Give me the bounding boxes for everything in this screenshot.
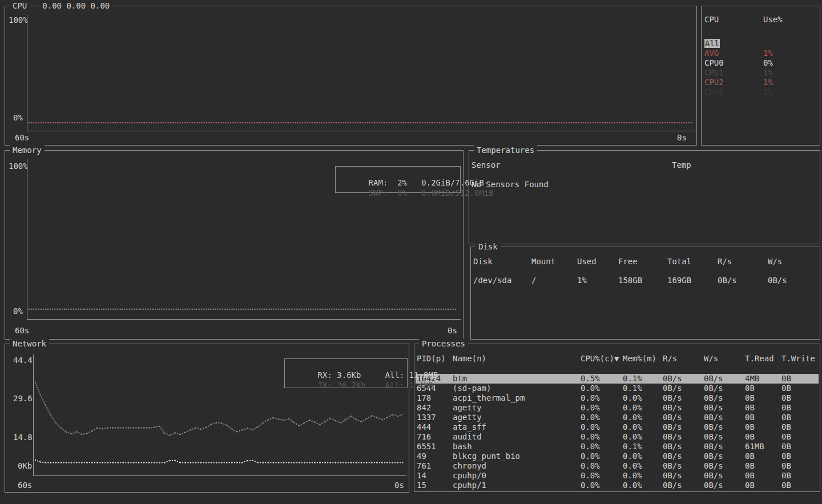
network-panel[interactable]: Network 44.4 29.6 14.8 0Kb RX: 3.6Kb All… [5, 344, 409, 493]
process-cell: 15 [417, 481, 426, 490]
cpu-legend-row-cpu3[interactable]: CPU31% [702, 87, 820, 97]
process-cell: 0B [781, 384, 791, 393]
disk-row-/dev/sda[interactable]: /dev/sda/1%158GB169GB0B/s0B/s [472, 276, 819, 285]
cpu-legend-label: CPU0 [704, 58, 724, 67]
process-cell: agetty [453, 413, 482, 422]
cpu-ytick-100: 100% [9, 15, 28, 25]
process-cell: 0B/s [663, 413, 682, 422]
process-cell: 842 [417, 403, 431, 412]
memory-legend-ram-row: RAM: 2% 0.2GiB/7.6GiB [340, 169, 460, 179]
process-cell: chronyd [453, 461, 486, 470]
spacer [361, 370, 385, 380]
process-cell: 761 [417, 461, 431, 470]
process-cell: 0.0% [581, 413, 600, 422]
process-row-chronyd[interactable]: 761chronyd0.0%0.0%0B/s0B/s0B0B [416, 461, 819, 471]
process-row-blkcg_punt_bio[interactable]: 49blkcg_punt_bio0.0%0.0%0B/s0B/s0B0B [416, 451, 819, 461]
process-cell: 0B/s [704, 384, 723, 393]
cpu-ytick-0: 0% [13, 113, 23, 122]
spacer [366, 381, 385, 390]
process-cell: cpuhp/1 [453, 481, 486, 490]
cpu-xtick-60s: 60s [15, 133, 29, 142]
process-cell: acpi_thermal_pm [453, 393, 525, 402]
process-row-bash[interactable]: 6551bash0.0%0.1%0B/s0B/s61MB0B [416, 442, 819, 451]
process-cell: 0B/s [663, 471, 682, 480]
process-cell: 0B/s [663, 481, 682, 490]
temps-col-temp: Temp [672, 160, 691, 170]
tx-all-label: All: [385, 381, 405, 390]
process-cell: 0B/s [704, 403, 723, 412]
processes-col-4[interactable]: R/s [663, 354, 677, 363]
cpu-legend-row-cpu0[interactable]: CPU00% [702, 58, 820, 68]
process-cell: 0B/s [663, 403, 682, 412]
cpu-legend-row-all[interactable]: All [702, 39, 820, 49]
memory-ytick-100: 100% [9, 162, 28, 171]
process-cell: 0.0% [623, 471, 642, 480]
process-row-cpuhp/1[interactable]: 15cpuhp/10.0%0.0%0B/s0B/s0B0B [416, 481, 819, 490]
process-row-btm[interactable]: 10424btm0.5%0.1%0B/s0B/s4MB0B [416, 374, 819, 384]
processes-col-7[interactable]: T.Write [781, 354, 815, 363]
tx-all-value: 1.4MB [409, 381, 433, 390]
process-cell: 0B [781, 422, 791, 432]
processes-col-5[interactable]: W/s [704, 354, 718, 363]
rx-value: 3.6Kb [337, 370, 361, 380]
process-cell: 0.0% [581, 393, 600, 402]
process-cell: 0B/s [704, 374, 723, 383]
cpu-legend-panel[interactable]: CPU Use% AllAVG1%CPU00%CPU11%CPU21%CPU31… [701, 6, 820, 146]
cpu-load-average: 0.00 0.00 0.00 [42, 1, 110, 10]
spacer [404, 370, 409, 380]
process-cell: 0B [745, 461, 755, 470]
swap-detail: 0.0MiB/512.0MiB [421, 188, 493, 197]
process-cell: 4MB [745, 374, 759, 383]
process-cell: 0.0% [581, 384, 600, 393]
processes-col-0[interactable]: PID(p) [417, 354, 446, 363]
cpu-legend-label: CPU2 [704, 78, 724, 87]
cpu-panel-title: CPU 0.00 0.00 0.00 [10, 1, 112, 11]
process-cell: 0B [781, 393, 791, 402]
process-cell: 0B [745, 432, 755, 441]
temperatures-panel[interactable]: Temperatures Sensor Temp No Sensors Foun… [469, 150, 820, 244]
processes-col-6[interactable]: T.Read [745, 354, 774, 363]
process-row-acpi_thermal_pm[interactable]: 178acpi_thermal_pm0.0%0.0%0B/s0B/s0B0B [416, 393, 819, 403]
process-cell: 0B [781, 451, 791, 461]
cpu-legend-row-cpu2[interactable]: CPU21% [702, 78, 820, 87]
spacer [407, 188, 421, 197]
process-cell: 14 [417, 471, 426, 480]
cpu-legend-value: 0% [763, 58, 773, 67]
processes-col-3[interactable]: Mem%(m) [623, 354, 656, 363]
disk-cell: 0B/s [718, 276, 737, 285]
disk-col-5: R/s [718, 257, 732, 266]
rx-label: RX: [318, 370, 332, 380]
disk-cell: 158GB [618, 276, 642, 285]
cpu-chart-panel[interactable]: CPU 0.00 0.00 0.00 100% 0% 60s 0s [5, 6, 697, 146]
disk-panel-title: Disk [476, 241, 501, 252]
processes-col-1[interactable]: Name(n) [453, 354, 486, 363]
cpu-legend-value: 1% [763, 49, 773, 58]
cpu-xtick-0s: 0s [677, 133, 687, 142]
cpu-legend-row-cpu1[interactable]: CPU11% [702, 68, 820, 78]
process-row-(sd-pam)[interactable]: 6544(sd-pam)0.0%0.1%0B/s0B/s0B0B [416, 384, 819, 393]
process-row-agetty[interactable]: 842agetty0.0%0.0%0B/s0B/s0B0B [416, 403, 819, 413]
memory-panel[interactable]: Memory 100% 0% RAM: 2% 0.2GiB/7.6GiB SWP… [5, 150, 464, 340]
process-cell: 0.0% [581, 461, 600, 470]
process-cell: 0.0% [581, 403, 600, 412]
temperatures-panel-title: Temperatures [474, 145, 537, 155]
disk-panel[interactable]: Disk DiskMountUsedFreeTotalR/sW/s /dev/s… [470, 247, 820, 340]
process-row-auditd[interactable]: 716auditd0.0%0.0%0B/s0B/s0B0B [416, 432, 819, 442]
processes-panel[interactable]: Processes PID(p)Name(n)CPU%(c)▼Mem%(m)R/… [414, 344, 820, 492]
processes-col-2[interactable]: CPU%(c)▼ [581, 354, 619, 363]
process-row-agetty[interactable]: 1337agetty0.0%0.0%0B/s0B/s0B0B [416, 413, 819, 422]
process-row-ata_sff[interactable]: 444ata_sff0.0%0.0%0B/s0B/s0B0B [416, 422, 819, 432]
process-cell: 0B [781, 471, 791, 480]
process-cell: 0.0% [581, 481, 600, 490]
cpu-legend-value: 1% [763, 68, 773, 77]
disk-cell: /dev/sda [473, 276, 511, 285]
process-cell: 0.1% [623, 374, 642, 383]
process-cell: 0B [745, 384, 755, 393]
process-cell: 0B/s [704, 442, 723, 451]
process-row-cpuhp/0[interactable]: 14cpuhp/00.0%0.0%0B/s0B/s0B0B [416, 471, 819, 481]
title-dash [31, 6, 38, 6]
memory-panel-title: Memory [10, 145, 45, 155]
cpu-legend-col-cpu: CPU [704, 15, 719, 24]
cpu-legend-row-avg[interactable]: AVG1% [702, 49, 820, 58]
process-cell: 0.0% [623, 393, 642, 402]
